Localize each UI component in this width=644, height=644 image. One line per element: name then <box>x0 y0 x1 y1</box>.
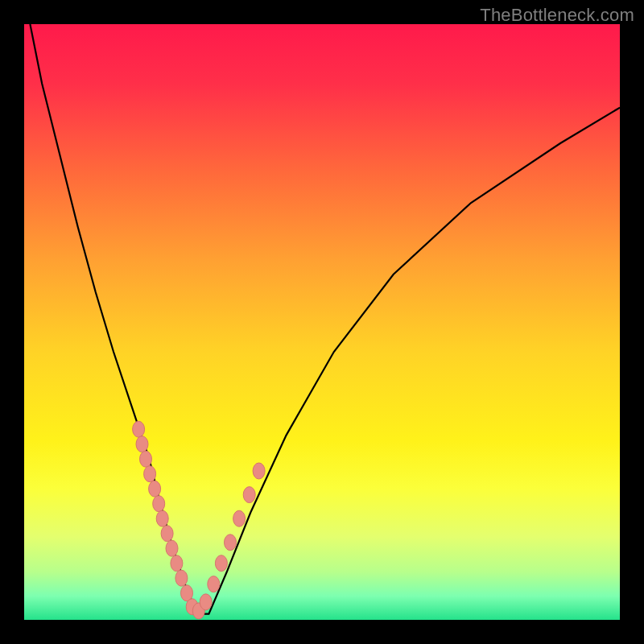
chart-frame: TheBottleneck.com <box>0 0 644 644</box>
watermark-text: TheBottleneck.com <box>480 5 634 26</box>
data-point <box>156 510 168 526</box>
chart-svg <box>24 24 620 620</box>
data-point <box>136 436 148 452</box>
data-point <box>166 540 178 556</box>
data-point <box>171 555 183 572</box>
data-point <box>161 526 173 542</box>
plot-area <box>24 24 620 620</box>
data-point <box>153 496 165 512</box>
data-point <box>144 466 156 482</box>
data-point <box>208 576 220 592</box>
gradient-bg <box>24 24 620 620</box>
data-point <box>133 421 145 437</box>
data-point <box>175 570 188 586</box>
data-point <box>149 481 161 497</box>
data-point <box>140 451 152 467</box>
data-point <box>200 594 212 610</box>
data-point <box>233 510 246 526</box>
data-point <box>243 487 255 503</box>
data-point <box>253 463 265 479</box>
data-point <box>215 555 227 572</box>
data-point <box>225 535 237 551</box>
